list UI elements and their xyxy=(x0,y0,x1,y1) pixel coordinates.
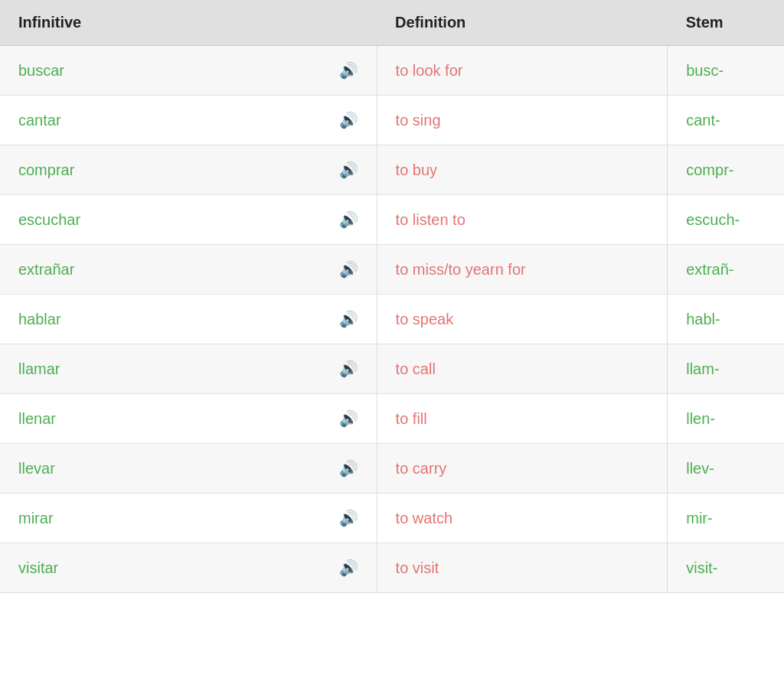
table-row: llevar🔊to carryllev- xyxy=(0,444,784,494)
infinitive-cell: escuchar xyxy=(0,195,321,245)
sound-icon[interactable]: 🔊 xyxy=(339,112,358,129)
infinitive-cell: mirar xyxy=(0,494,321,543)
definition-cell: to fill xyxy=(377,394,668,444)
infinitive-text: hablar xyxy=(18,311,61,328)
infinitive-text: visitar xyxy=(18,559,58,576)
sound-cell: 🔊 xyxy=(321,245,377,295)
sound-icon[interactable]: 🔊 xyxy=(339,410,358,427)
definition-cell: to watch xyxy=(377,494,668,543)
infinitive-cell: hablar xyxy=(0,295,321,344)
infinitive-text: llevar xyxy=(18,460,55,477)
stem-cell: visit- xyxy=(668,543,784,593)
stem-cell: llam- xyxy=(668,344,784,394)
table-row: comprar🔊to buycompr- xyxy=(0,145,784,195)
infinitive-text: llamar xyxy=(18,360,60,377)
infinitive-text: escuchar xyxy=(18,211,80,228)
infinitive-text: extrañar xyxy=(18,261,74,278)
stem-cell: llen- xyxy=(668,394,784,444)
sound-icon[interactable]: 🔊 xyxy=(339,559,358,576)
infinitive-cell: buscar xyxy=(0,46,321,96)
sound-icon[interactable]: 🔊 xyxy=(339,211,358,228)
stem-cell: escuch- xyxy=(668,195,784,245)
infinitive-cell: visitar xyxy=(0,543,321,593)
table-row: buscar🔊to look forbusc- xyxy=(0,46,784,96)
definition-cell: to sing xyxy=(377,96,668,145)
definition-cell: to look for xyxy=(377,46,668,96)
table-row: hablar🔊to speakhabl- xyxy=(0,295,784,344)
table-row: cantar🔊to singcant- xyxy=(0,96,784,145)
table-row: visitar🔊to visitvisit- xyxy=(0,543,784,593)
sound-icon[interactable]: 🔊 xyxy=(339,510,358,526)
stem-cell: compr- xyxy=(668,145,784,195)
stem-cell: habl- xyxy=(668,295,784,344)
infinitive-cell: extrañar xyxy=(0,245,321,295)
sound-icon[interactable]: 🔊 xyxy=(339,360,358,377)
definition-cell: to listen to xyxy=(377,195,668,245)
sound-cell: 🔊 xyxy=(321,145,377,195)
infinitive-cell: llenar xyxy=(0,394,321,444)
sound-icon[interactable]: 🔊 xyxy=(339,62,358,79)
stem-cell: mir- xyxy=(668,494,784,543)
sound-cell: 🔊 xyxy=(321,543,377,593)
stem-cell: extrañ- xyxy=(668,245,784,295)
sound-cell: 🔊 xyxy=(321,394,377,444)
table-row: llamar🔊to callllam- xyxy=(0,344,784,394)
infinitive-text: buscar xyxy=(18,62,64,79)
table-row: extrañar🔊to miss/to yearn forextrañ- xyxy=(0,245,784,295)
infinitive-cell: comprar xyxy=(0,145,321,195)
sound-icon[interactable]: 🔊 xyxy=(339,460,358,477)
infinitive-text: mirar xyxy=(18,510,54,526)
table-row: mirar🔊to watchmir- xyxy=(0,494,784,543)
sound-icon[interactable]: 🔊 xyxy=(339,311,358,328)
sound-cell: 🔊 xyxy=(321,444,377,494)
stem-cell: busc- xyxy=(668,46,784,96)
header-definition: Definition xyxy=(377,0,668,46)
stem-cell: cant- xyxy=(668,96,784,145)
stem-cell: llev- xyxy=(668,444,784,494)
sound-cell: 🔊 xyxy=(321,96,377,145)
infinitive-cell: llamar xyxy=(0,344,321,394)
table-row: llenar🔊to fillllen- xyxy=(0,394,784,444)
sound-cell: 🔊 xyxy=(321,344,377,394)
infinitive-text: llenar xyxy=(18,410,56,427)
infinitive-text: comprar xyxy=(18,161,74,178)
definition-cell: to call xyxy=(377,344,668,394)
definition-cell: to miss/to yearn for xyxy=(377,245,668,295)
sound-cell: 🔊 xyxy=(321,295,377,344)
infinitive-cell: cantar xyxy=(0,96,321,145)
header-stem: Stem xyxy=(668,0,784,46)
definition-cell: to visit xyxy=(377,543,668,593)
definition-cell: to speak xyxy=(377,295,668,344)
table-header-row: Infinitive Definition Stem xyxy=(0,0,784,46)
sound-cell: 🔊 xyxy=(321,195,377,245)
vocabulary-table: Infinitive Definition Stem buscar🔊to loo… xyxy=(0,0,784,593)
sound-icon[interactable]: 🔊 xyxy=(339,161,358,178)
infinitive-text: cantar xyxy=(18,112,61,129)
sound-cell: 🔊 xyxy=(321,46,377,96)
sound-cell: 🔊 xyxy=(321,494,377,543)
header-infinitive: Infinitive xyxy=(0,0,377,46)
definition-cell: to carry xyxy=(377,444,668,494)
table-row: escuchar🔊to listen toescuch- xyxy=(0,195,784,245)
definition-cell: to buy xyxy=(377,145,668,195)
sound-icon[interactable]: 🔊 xyxy=(339,261,358,278)
infinitive-cell: llevar xyxy=(0,444,321,494)
